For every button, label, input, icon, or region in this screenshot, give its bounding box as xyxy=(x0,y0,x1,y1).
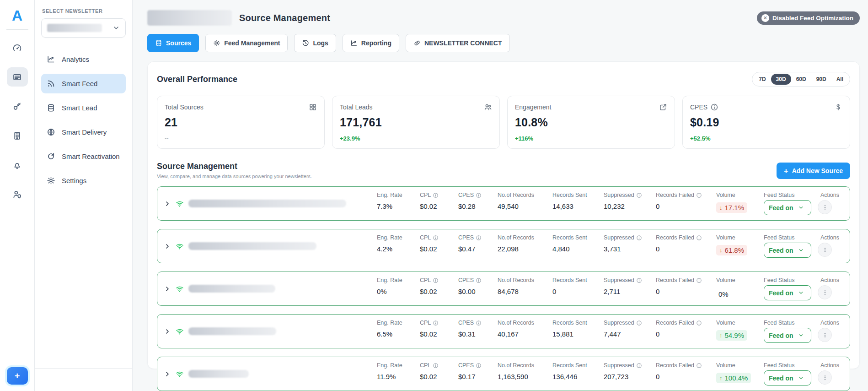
eng-rate-value: 4.2% xyxy=(377,245,413,253)
sidebar-item-smart-delivery[interactable]: Smart Delivery xyxy=(41,122,126,142)
cpl-value: $0.02 xyxy=(420,245,452,253)
col-header-records: No.of Records xyxy=(498,234,546,241)
info-icon xyxy=(636,363,642,369)
col-header-records-sent: Records Sent xyxy=(552,192,597,198)
col-header-feed-status: Feed Status xyxy=(764,277,811,283)
range-all[interactable]: All xyxy=(831,74,848,85)
rss-icon xyxy=(47,79,55,88)
dots-vertical-icon xyxy=(822,289,828,296)
sidebar-item-label: Analytics xyxy=(62,55,89,63)
chart-line-icon xyxy=(350,39,358,47)
cpes-value: $0.28 xyxy=(458,202,491,210)
gear-icon xyxy=(47,176,55,185)
records-sent-value: 136,446 xyxy=(552,373,597,380)
add-button-floating[interactable]: + xyxy=(7,367,28,385)
sidebar-item-engagement: Engagement 10.8% +116% xyxy=(507,96,675,149)
globe-icon xyxy=(47,128,55,136)
building-icon xyxy=(12,131,22,141)
wifi-status-icon xyxy=(176,327,184,336)
cpl-value: $0.02 xyxy=(420,330,452,338)
stat-card-value: 21 xyxy=(165,116,317,129)
row-actions-button[interactable] xyxy=(818,370,832,385)
col-header-records: No.of Records xyxy=(498,362,546,369)
stat-card-delta: +52.5% xyxy=(690,135,842,142)
add-new-source-button[interactable]: + Add New Source xyxy=(777,163,850,179)
records-failed-value: 0 xyxy=(656,330,710,338)
records-value: 40,167 xyxy=(498,330,546,338)
source-row: Eng. Rate 4.2% CPL $0.02 CPES $0.47 No.o… xyxy=(157,229,850,263)
info-icon xyxy=(636,235,642,241)
cpes-value: $0.00 xyxy=(458,288,491,295)
tab-reporting[interactable]: Reporting xyxy=(343,34,399,52)
feed-status-value: Feed on xyxy=(769,204,793,212)
sidebar-item-smart-feed[interactable]: Smart Feed xyxy=(41,74,126,93)
dots-vertical-icon xyxy=(822,247,828,253)
rail-item-admin[interactable] xyxy=(7,185,28,204)
feed-status-select[interactable]: Feed on xyxy=(764,243,811,258)
cpl-value: $0.02 xyxy=(420,373,452,380)
suppressed-value: 3,731 xyxy=(604,245,649,253)
sources-header: Source Management View, compare, and man… xyxy=(157,162,850,179)
col-header-actions: Actions xyxy=(820,277,841,283)
rail-item-newsletters[interactable] xyxy=(7,67,28,87)
expand-chevron-icon[interactable] xyxy=(164,243,171,250)
row-actions-button[interactable] xyxy=(818,243,832,257)
range-30d[interactable]: 30D xyxy=(771,74,791,85)
source-name-redacted xyxy=(188,327,276,335)
row-actions-button[interactable] xyxy=(818,285,832,299)
range-60d[interactable]: 60D xyxy=(791,74,811,85)
tab-sources[interactable]: Sources xyxy=(147,34,199,52)
records-failed-value: 0 xyxy=(656,202,710,210)
sidebar-item-label: Smart Feed xyxy=(62,80,97,87)
tab-label: Sources xyxy=(166,39,191,47)
feed-status-select[interactable]: Feed on xyxy=(764,370,811,386)
add-new-source-label: Add New Source xyxy=(792,167,843,174)
wifi-status-icon xyxy=(176,370,184,378)
sidebar-item-smart-reactivation[interactable]: Smart Reactivation xyxy=(41,147,126,166)
tab-newsletter-connect[interactable]: NEWSLETTER CONNECT xyxy=(406,34,510,52)
suppressed-value: 2,711 xyxy=(604,288,649,295)
col-header-records: No.of Records xyxy=(498,277,546,283)
range-7d[interactable]: 7D xyxy=(754,74,771,85)
stat-cards: Total Sources 21 -- Total Leads 171,761 … xyxy=(157,96,850,149)
expand-chevron-icon[interactable] xyxy=(164,285,171,293)
col-header-cpl: CPL xyxy=(420,192,452,198)
rail-item-organization[interactable] xyxy=(7,126,28,145)
refresh-icon xyxy=(47,152,55,161)
rail-item-dashboard[interactable] xyxy=(7,38,28,57)
feed-status-select[interactable]: Feed on xyxy=(764,285,811,300)
row-actions-button[interactable] xyxy=(818,200,832,214)
sidebar-item-smart-lead[interactable]: Smart Lead xyxy=(41,98,126,118)
feed-status-select[interactable]: Feed on xyxy=(764,200,811,215)
expand-chevron-icon[interactable] xyxy=(164,328,171,335)
col-header-volume: Volume xyxy=(716,234,757,241)
sidebar-item-analytics[interactable]: Analytics xyxy=(41,49,126,69)
expand-chevron-icon[interactable] xyxy=(164,370,171,378)
badge-label: Disabled Feed Optimization xyxy=(772,15,853,22)
records-failed-value: 0 xyxy=(656,245,710,253)
info-icon xyxy=(636,320,642,326)
range-90d[interactable]: 90D xyxy=(811,74,831,85)
expand-chevron-icon[interactable] xyxy=(164,200,171,207)
content-panel: Overall Performance 7D 30D 60D 90D All T… xyxy=(147,61,860,369)
info-icon xyxy=(476,320,482,326)
external-icon xyxy=(659,103,667,111)
sidebar-item-label: Settings xyxy=(62,177,86,185)
newsletter-select[interactable] xyxy=(41,18,126,38)
tab-label: Reporting xyxy=(361,39,391,47)
app-logo[interactable]: A xyxy=(6,5,28,30)
feed-status-select[interactable]: Feed on xyxy=(764,328,811,343)
tab-logs[interactable]: Logs xyxy=(294,34,336,52)
eng-rate-value: 7.3% xyxy=(377,202,413,210)
records-value: 84,678 xyxy=(498,288,546,295)
rail-item-api-keys[interactable] xyxy=(7,97,28,116)
sidebar-item-settings[interactable]: Settings xyxy=(41,171,126,190)
tab-feed-management[interactable]: Feed Management xyxy=(205,34,288,52)
col-header-records-failed: Records Failed xyxy=(656,277,710,283)
row-actions-button[interactable] xyxy=(818,328,832,342)
icon-rail: A + xyxy=(0,0,35,391)
rail-item-notifications[interactable] xyxy=(7,155,28,174)
col-header-volume: Volume xyxy=(716,192,757,198)
records-sent-value: 15,881 xyxy=(552,330,597,338)
dots-vertical-icon xyxy=(822,375,828,381)
